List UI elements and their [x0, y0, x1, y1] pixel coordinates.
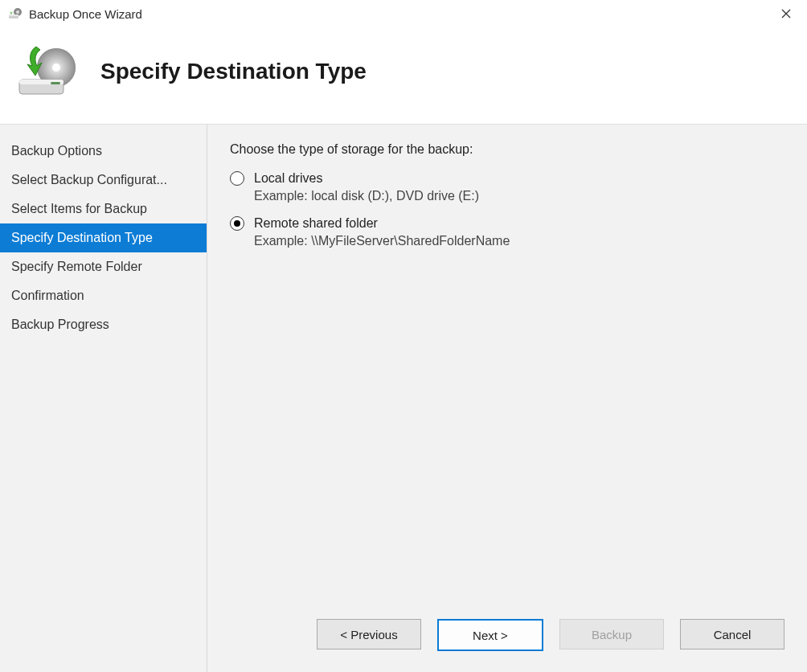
- option-local-drives[interactable]: Local drives: [230, 171, 784, 186]
- backup-wizard-icon: [8, 6, 23, 21]
- svg-rect-3: [9, 14, 18, 16]
- option-local-drives-label: Local drives: [254, 171, 322, 186]
- step-select-items[interactable]: Select Items for Backup: [0, 195, 207, 223]
- radio-local-drives[interactable]: [230, 171, 244, 186]
- option-remote-folder-label: Remote shared folder: [254, 216, 378, 231]
- titlebar: Backup Once Wizard: [0, 0, 807, 27]
- page-title: Specify Destination Type: [100, 59, 367, 84]
- backup-button: Backup: [559, 619, 664, 649]
- next-button[interactable]: Next >: [437, 619, 543, 651]
- svg-rect-9: [51, 82, 60, 84]
- wizard-content: Choose the type of storage for the backu…: [207, 125, 807, 604]
- step-specify-destination-type[interactable]: Specify Destination Type: [0, 223, 207, 252]
- svg-point-6: [52, 64, 60, 72]
- wizard-header: Specify Destination Type: [0, 27, 807, 124]
- close-button[interactable]: [773, 1, 799, 27]
- step-confirmation[interactable]: Confirmation: [0, 281, 207, 310]
- previous-button[interactable]: < Previous: [317, 619, 421, 649]
- window-title: Backup Once Wizard: [29, 7, 142, 21]
- radio-remote-folder[interactable]: [230, 216, 244, 231]
- wizard-steps: Backup Options Select Backup Configurat.…: [0, 125, 207, 672]
- option-remote-folder[interactable]: Remote shared folder: [230, 216, 784, 231]
- option-local-drives-example: Example: local disk (D:), DVD drive (E:): [254, 189, 784, 203]
- step-select-backup-configuration[interactable]: Select Backup Configurat...: [0, 166, 207, 195]
- step-backup-progress[interactable]: Backup Progress: [0, 310, 207, 339]
- cancel-button[interactable]: Cancel: [680, 619, 784, 649]
- backup-disc-icon: [16, 43, 80, 100]
- content-prompt: Choose the type of storage for the backu…: [230, 142, 784, 157]
- svg-point-1: [16, 10, 19, 14]
- wizard-footer: < Previous Next > Backup Cancel: [207, 604, 807, 672]
- option-remote-folder-example: Example: \\MyFileServer\SharedFolderName: [254, 234, 784, 248]
- step-specify-remote-folder[interactable]: Specify Remote Folder: [0, 252, 207, 281]
- step-backup-options[interactable]: Backup Options: [0, 137, 207, 166]
